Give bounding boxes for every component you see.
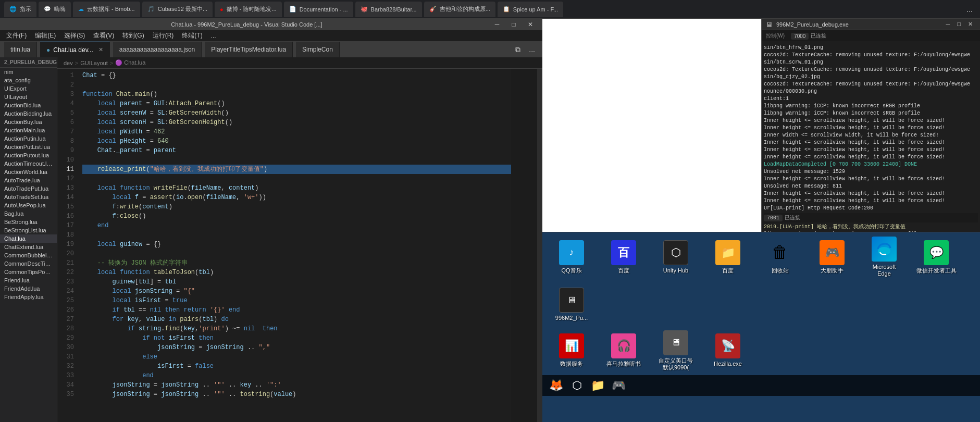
console-body[interactable]: sin/btn_hfrw_01.png cocos2d: TextureCach… [762, 42, 980, 232]
desktop-icon-custom[interactable]: 🖥 自定义美口号默认9090( [655, 330, 697, 371]
line-numbers: 1 2 3 4 5 6 7 8 9 10 11 12 13 [57, 69, 78, 422]
sidebar-item-autotradeput[interactable]: AutoTradePut.lua [0, 184, 57, 193]
sidebar-item-friend[interactable]: Friend.lua [0, 276, 57, 284]
menu-run[interactable]: 运行(R) [148, 30, 178, 42]
taskbar-unity[interactable]: ⬡ [567, 376, 586, 395]
console-close-btn[interactable]: ✕ [965, 21, 976, 28]
menu-goto[interactable]: 转到(G) [118, 30, 148, 42]
desktop-icon-wechat-dev[interactable]: 💬 微信开发者工具 [915, 240, 957, 274]
sidebar-item-commonbubble[interactable]: CommonBubbleInfo.lua [0, 251, 57, 259]
desktop-icon-folder1[interactable]: 📁 百度 [707, 240, 749, 274]
menu-file[interactable]: 文件(F) [2, 30, 31, 42]
desktop-icon-unity-hub[interactable]: ⬡ Unity Hub [655, 240, 697, 274]
browser-tab-1[interactable]: 🌐 指示 [4, 2, 36, 17]
desktop-icon-filezilla[interactable]: 📡 filezilla.exe [707, 333, 749, 367]
sidebar-item-chat[interactable]: Chat.lua [0, 234, 57, 243]
tab-close-icon[interactable]: ✕ [98, 46, 103, 53]
desktop-icon-996exe[interactable]: 🖥 996M2_Pu... [551, 288, 592, 321]
sidebar-item-commontipspop[interactable]: CommonTipsPop.lua [0, 268, 57, 276]
sidebar-item-autotradeset[interactable]: AutoTradeSet.lua [0, 193, 57, 201]
code-line-13: local function writeFile(fileName, conte… [82, 183, 511, 193]
sidebar-item-bestrong[interactable]: BeStrong.lua [0, 218, 57, 226]
close-btn[interactable]: ✕ [523, 19, 538, 30]
sidebar-item-autotrade[interactable]: AutoTrade.lua [0, 176, 57, 184]
desktop-icon-himalaya[interactable]: 🎧 喜马拉雅听书 [603, 333, 644, 367]
browser-tab-3[interactable]: ☁ 云数据库 - Bmob... [73, 2, 140, 17]
sidebar-item-auctionbidding[interactable]: AuctionBidding.lua [0, 109, 57, 118]
ln-11: 11 [57, 165, 78, 174]
taskbar-firefox[interactable]: 🦊 [547, 376, 565, 395]
sidebar-item-uiexport[interactable]: UIExport [0, 84, 57, 93]
console-maximize-btn[interactable]: □ [954, 21, 964, 28]
sidebar-item-friendadd[interactable]: FriendAdd.lua [0, 284, 57, 293]
sidebar-item-auctionputout[interactable]: AuctionPutout.lua [0, 151, 57, 159]
editor-tab-json[interactable]: aaaaaaaaaaaaaaaaaa.json [113, 42, 202, 57]
code-line-20 [82, 249, 511, 258]
browser-tab-5[interactable]: ● 微博 - 随时随地发... [215, 2, 282, 17]
minimize-btn[interactable]: ─ [489, 19, 505, 30]
sidebar-item-nim[interactable]: nim [0, 68, 57, 76]
port-7000-num: 7000 [791, 33, 809, 40]
filezilla-label: filezilla.exe [714, 361, 742, 367]
sidebar-item-auctionputin[interactable]: AuctionPutin.lua [0, 134, 57, 143]
editor-tab-titin[interactable]: titin.lua [4, 42, 37, 57]
browser-tab-7[interactable]: 🐙 Barba828/Buitar... [355, 2, 422, 17]
sidebar-item-chatextend[interactable]: ChatExtend.lua [0, 243, 57, 251]
desktop-icon-qqmusic[interactable]: ♪ QQ音乐 [551, 240, 592, 274]
sidebar-item-commondesctips[interactable]: CommonDescTips.lua [0, 259, 57, 268]
code-editor[interactable]: Chat = {} function Chat.main() local par… [78, 69, 511, 422]
desktop-icon-edge[interactable]: MicrosoftEdge [863, 237, 905, 277]
maximize-btn[interactable]: □ [506, 19, 522, 30]
console-line-22: Ur[LUA-print] Http Request Code:200 [764, 205, 978, 212]
taskbar-folder[interactable]: 📁 [588, 376, 607, 395]
editor-tab-mediator[interactable]: PlayerTitleTipsMediator.lua [205, 42, 293, 57]
tab-titin-label: titin.lua [10, 46, 30, 53]
browser-tab-2[interactable]: 💬 嗨嗨 [39, 2, 71, 17]
edge-svg [876, 241, 892, 257]
editor-tab-simplecon[interactable]: SimpleCon [296, 42, 340, 57]
menu-more[interactable]: ... [207, 30, 220, 42]
sidebar-item-ata[interactable]: ata_config [0, 76, 57, 84]
ln-32: 32 [57, 362, 78, 371]
browser-tab-9[interactable]: 📋 Spice up Am - F... [498, 2, 563, 17]
browser-tab-6[interactable]: 📄 Documentation - ... [284, 2, 353, 17]
tab7-icon: 🐙 [361, 6, 368, 13]
sidebar-item-auctionmain[interactable]: AuctionMain.lua [0, 126, 57, 134]
menu-view[interactable]: 查看(V) [89, 30, 118, 42]
menu-edit[interactable]: 编辑(E) [31, 30, 60, 42]
console-minimize-btn[interactable]: ─ [943, 21, 953, 28]
menu-terminal[interactable]: 终端(T) [178, 30, 206, 42]
custom-label: 自定义美口号默认9090( [659, 357, 693, 371]
tab-simplecon-label: SimpleCon [302, 46, 333, 53]
desktop-icon-baidu[interactable]: 百 百度 [603, 240, 644, 274]
sidebar-item-auctionbid[interactable]: AuctionBid.lua [0, 101, 57, 109]
sidebar-item-uilayout[interactable]: UILayout [0, 93, 57, 101]
desktop-icon-datasvc[interactable]: 📊 数据服务 [551, 333, 592, 367]
desktop-icon-helper[interactable]: 🎮 大朋助手 [811, 240, 853, 274]
ln-15: 15 [57, 202, 78, 212]
sidebar-item-auctionbuy[interactable]: AuctionBuy.lua [0, 118, 57, 126]
more-tabs-btn[interactable]: ... [526, 44, 538, 55]
code-line-33: end [82, 371, 511, 380]
more-tabs-btn[interactable]: ... [963, 4, 976, 15]
desktop-icon-recycle[interactable]: 🗑 回收站 [759, 240, 801, 274]
sidebar-item-auctiontimeout[interactable]: AuctionTimeout.lua [0, 159, 57, 168]
menu-select[interactable]: 选择(S) [60, 30, 89, 42]
taskbar-game[interactable]: 🎮 [609, 376, 628, 395]
himalaya-icon: 🎧 [611, 333, 636, 358]
996exe-icon: 🖥 [559, 288, 584, 313]
sidebar-item-friendapply[interactable]: FriendApply.lua [0, 293, 57, 301]
port-7001-num: 7001 [764, 215, 783, 221]
sidebar-item-bestronglist[interactable]: BeStrongList.lua [0, 226, 57, 234]
editor-tab-chat[interactable]: ● Chat.lua dev... ✕ [40, 42, 110, 57]
browser-tab-8[interactable]: 🎸 吉他和弦的构成原... [424, 2, 495, 17]
split-editor-btn[interactable]: ⧉ [512, 44, 524, 55]
console-line-19: Unsolved net message: 811 [764, 183, 978, 190]
sidebar-item-auctionputlist[interactable]: AuctionPutList.lua [0, 143, 57, 151]
sidebar-item-auctionworld[interactable]: AuctionWorld.lua [0, 168, 57, 176]
sidebar-item-autousepop[interactable]: AutoUsePop.lua [0, 201, 57, 209]
ln-27: 27 [57, 315, 78, 324]
browser-tab-4[interactable]: 🎵 Cubase12 最新中... [142, 2, 213, 17]
editor-scrollbar[interactable] [537, 69, 542, 422]
sidebar-item-bag[interactable]: Bag.lua [0, 209, 57, 218]
